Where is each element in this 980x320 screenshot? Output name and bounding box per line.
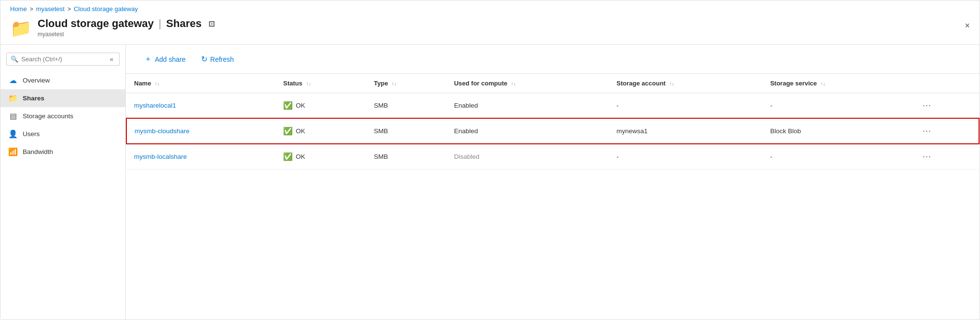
search-input[interactable] [21, 56, 105, 63]
header-subtitle: myasetest [38, 31, 215, 38]
sort-storage-service-icon: ↑↓ [820, 81, 825, 86]
col-actions [911, 74, 979, 93]
cell-name: mysmb-localshare [126, 144, 275, 169]
cell-storage-account: mynewsa1 [609, 118, 762, 144]
cell-used-for-compute: Enabled [446, 118, 609, 144]
sidebar: 🔍 « ☁ Overview 📁 Shares ▤ Storage accoun… [0, 45, 126, 320]
search-icon: 🔍 [11, 56, 18, 63]
cell-type: SMB [366, 118, 446, 144]
share-name-link[interactable]: mysmb-cloudshare [135, 127, 190, 135]
status-text: OK [296, 102, 305, 109]
header-content: Cloud storage gateway | Shares ⊡ myasete… [38, 17, 215, 38]
sidebar-item-bandwidth[interactable]: 📶 Bandwidth [0, 143, 125, 161]
col-used-for-compute[interactable]: Used for compute ↑↓ [446, 74, 609, 93]
compute-value: Enabled [454, 127, 478, 135]
sidebar-item-overview-label: Overview [23, 77, 50, 84]
pin-icon[interactable]: ⊡ [208, 19, 215, 28]
close-button[interactable]: × [963, 19, 972, 32]
user-icon: 👤 [8, 129, 18, 139]
table-row[interactable]: mysmb-localshare ✅ OK SMB Disabled - - ·… [126, 144, 979, 169]
breadcrumb-myasetest[interactable]: myasetest [36, 5, 65, 13]
row-actions-button[interactable]: ··· [919, 125, 935, 137]
col-status[interactable]: Status ↑↓ [275, 74, 366, 93]
col-storage-service[interactable]: Storage service ↑↓ [762, 74, 911, 93]
add-share-label: Add share [155, 56, 186, 63]
col-type[interactable]: Type ↑↓ [366, 74, 446, 93]
cell-status: ✅ OK [275, 144, 366, 169]
header-title-text: Cloud storage gateway [38, 17, 154, 30]
sidebar-item-storage-accounts[interactable]: ▤ Storage accounts [0, 107, 125, 125]
content-area: ＋ Add share ↻ Refresh Name ↑↓ [126, 45, 980, 320]
breadcrumb-sep2: > [68, 6, 71, 13]
cell-used-for-compute: Enabled [446, 93, 609, 119]
header-divider: | [159, 17, 162, 30]
sidebar-item-shares[interactable]: 📁 Shares [0, 89, 125, 107]
add-share-button[interactable]: ＋ Add share [137, 51, 192, 68]
sort-name-icon: ↑↓ [155, 81, 160, 86]
header-section: Shares [166, 17, 202, 30]
breadcrumb: Home > myasetest > Cloud storage gateway [0, 0, 980, 15]
col-name[interactable]: Name ↑↓ [126, 74, 275, 93]
compute-value: Enabled [454, 102, 478, 109]
add-icon: ＋ [144, 54, 152, 64]
refresh-button[interactable]: ↻ Refresh [194, 51, 241, 67]
cloud-icon: ☁ [8, 76, 18, 85]
cell-actions[interactable]: ··· [911, 144, 979, 169]
main-window: Home > myasetest > Cloud storage gateway… [0, 0, 980, 320]
share-name-link[interactable]: mysmb-localshare [134, 153, 187, 160]
cell-type: SMB [366, 93, 446, 119]
main-layout: 🔍 « ☁ Overview 📁 Shares ▤ Storage accoun… [0, 45, 980, 320]
status-ok-icon: ✅ [283, 126, 293, 136]
row-actions-button[interactable]: ··· [919, 151, 935, 163]
header-title: Cloud storage gateway | Shares ⊡ [38, 17, 215, 30]
sidebar-item-overview[interactable]: ☁ Overview [0, 71, 125, 89]
sort-storage-account-icon: ↑↓ [669, 81, 674, 86]
sidebar-item-storage-label: Storage accounts [23, 112, 73, 120]
row-actions-button[interactable]: ··· [919, 99, 935, 111]
sidebar-item-shares-label: Shares [23, 95, 44, 102]
cell-name: mysmb-cloudshare [126, 118, 275, 144]
cell-name: mysharelocal1 [126, 93, 275, 119]
cell-storage-account: - [609, 93, 762, 119]
search-box[interactable]: 🔍 « [6, 53, 120, 66]
cell-storage-service: - [762, 93, 911, 119]
sort-status-icon: ↑↓ [306, 81, 311, 86]
shares-table-container: Name ↑↓ Status ↑↓ Type ↑↓ [126, 74, 980, 169]
collapse-sidebar-button[interactable]: « [108, 56, 115, 63]
status-text: OK [296, 153, 305, 160]
sidebar-item-bandwidth-label: Bandwidth [23, 148, 53, 155]
cell-storage-service: - [762, 144, 911, 169]
col-storage-account[interactable]: Storage account ↑↓ [609, 74, 762, 93]
shares-table: Name ↑↓ Status ↑↓ Type ↑↓ [126, 74, 980, 169]
folder-icon: 📁 [8, 94, 18, 103]
sidebar-item-users-label: Users [23, 130, 40, 138]
status-ok-icon: ✅ [283, 101, 293, 110]
cell-storage-account: - [609, 144, 762, 169]
bandwidth-icon: 📶 [8, 147, 18, 156]
header-icon: 📁 [10, 18, 32, 39]
sort-compute-icon: ↑↓ [511, 81, 516, 86]
table-header-row: Name ↑↓ Status ↑↓ Type ↑↓ [126, 74, 979, 93]
cell-type: SMB [366, 144, 446, 169]
table-row[interactable]: mysharelocal1 ✅ OK SMB Enabled - - ··· [126, 93, 979, 119]
toolbar: ＋ Add share ↻ Refresh [126, 45, 980, 74]
status-ok-icon: ✅ [283, 152, 293, 161]
breadcrumb-current: Cloud storage gateway [74, 5, 138, 13]
sidebar-item-users[interactable]: 👤 Users [0, 125, 125, 143]
refresh-icon: ↻ [201, 55, 207, 64]
breadcrumb-home[interactable]: Home [10, 5, 27, 13]
page-header: 📁 Cloud storage gateway | Shares ⊡ myase… [0, 15, 980, 45]
table-row[interactable]: mysmb-cloudshare ✅ OK SMB Enabled mynews… [126, 118, 979, 144]
cell-actions[interactable]: ··· [911, 118, 979, 144]
refresh-label: Refresh [210, 56, 234, 63]
share-name-link[interactable]: mysharelocal1 [134, 102, 176, 109]
cell-status: ✅ OK [275, 93, 366, 119]
cell-used-for-compute: Disabled [446, 144, 609, 169]
compute-value: Disabled [454, 153, 479, 160]
cell-storage-service: Block Blob [762, 118, 911, 144]
storage-icon: ▤ [8, 111, 18, 121]
status-text: OK [296, 127, 305, 135]
cell-actions[interactable]: ··· [911, 93, 979, 119]
breadcrumb-sep1: > [30, 6, 33, 13]
cell-status: ✅ OK [275, 118, 366, 144]
